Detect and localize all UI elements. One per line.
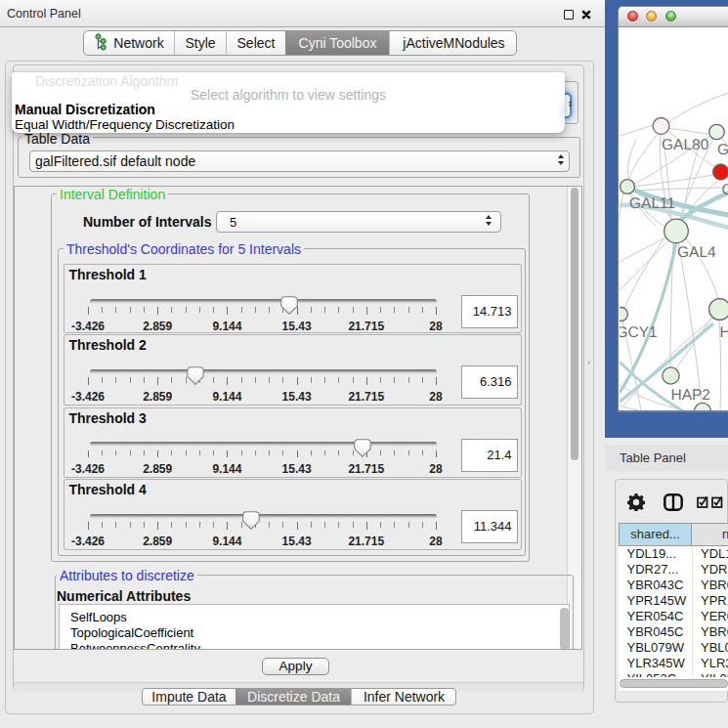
svg-text:HAP2: HAP2 <box>671 387 711 404</box>
svg-text:GAL80: GAL80 <box>662 137 709 153</box>
svg-text:GAL4: GAL4 <box>677 244 716 261</box>
svg-text:GAL: GAL <box>717 142 728 158</box>
svg-text:HI: HI <box>720 324 728 341</box>
svg-text:CY: CY <box>722 182 728 198</box>
svg-text:GCY1: GCY1 <box>620 324 658 341</box>
svg-text:GAL11: GAL11 <box>629 195 675 212</box>
